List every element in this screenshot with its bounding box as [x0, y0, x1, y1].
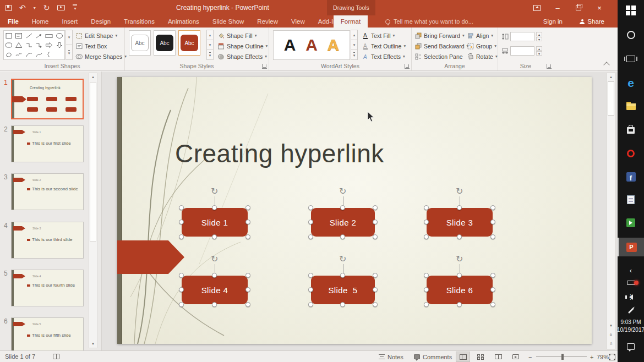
scrollbar-thumb[interactable] — [90, 82, 96, 242]
file-explorer-button[interactable] — [618, 101, 644, 113]
customize-qat-icon[interactable]: ▾ — [73, 4, 77, 11]
text-outline-button[interactable]: A Text Outline▾ — [362, 41, 406, 51]
shape-button-slide-6[interactable]: ↻ Slide 6 — [427, 276, 493, 304]
action-center-button[interactable] — [618, 341, 644, 352]
tab-file[interactable]: File — [0, 15, 25, 28]
shape-fill-button[interactable]: Shape Fill▾ — [217, 30, 256, 41]
resize-handle[interactable] — [424, 205, 429, 210]
resize-handle[interactable] — [308, 273, 313, 278]
shape-button-slide-4[interactable]: ↻ Slide 4 — [182, 276, 248, 304]
shape-style-swatch-red-selected[interactable]: Abc — [178, 30, 200, 56]
reading-view-button[interactable] — [491, 352, 505, 362]
start-slideshow-icon[interactable] — [57, 5, 65, 10]
wordart-sample-gold[interactable]: A — [327, 37, 339, 53]
rotate-handle-icon[interactable]: ↻ — [211, 255, 219, 264]
undo-icon[interactable]: ↶ — [19, 4, 26, 12]
thumbnail-slide-4[interactable]: 4 Slide 3 This is our third slide — [0, 222, 88, 260]
collapse-ribbon-button[interactable] — [603, 62, 609, 68]
resize-handle[interactable] — [424, 234, 429, 239]
height-step-down[interactable]: ▾ — [536, 37, 542, 41]
resize-handle[interactable] — [308, 302, 313, 307]
fit-slide-button[interactable] — [609, 351, 615, 362]
thumbnail-slide-2[interactable]: 2 Slide 1 This is our first slide — [0, 125, 88, 163]
rotate-handle-icon[interactable]: ↻ — [456, 255, 463, 264]
ribbon-display-options-button[interactable] — [526, 0, 547, 15]
green-app-button[interactable] — [618, 217, 644, 229]
sign-in-link[interactable]: Sign in — [543, 15, 563, 28]
thumbnail-preview[interactable]: Slide 1 This is our first slide — [11, 125, 84, 162]
normal-view-button[interactable] — [456, 352, 470, 362]
width-step-up[interactable]: ▴ — [536, 46, 542, 51]
resize-handle[interactable] — [245, 273, 250, 278]
send-backward-button[interactable]: Send Backward▾ — [414, 41, 468, 51]
resize-handle[interactable] — [457, 205, 462, 210]
resize-handle[interactable] — [179, 205, 184, 210]
resize-handle[interactable] — [457, 302, 462, 307]
height-step-up[interactable]: ▴ — [536, 32, 542, 36]
resize-handle[interactable] — [179, 220, 184, 224]
group-button[interactable]: Group▾ — [467, 41, 496, 51]
resize-handle[interactable] — [212, 205, 217, 210]
notes-button[interactable]: Notes — [379, 351, 403, 362]
tab-design[interactable]: Design — [84, 15, 117, 28]
resize-handle[interactable] — [308, 234, 313, 239]
shape-width-input[interactable] — [510, 46, 534, 56]
volume-button[interactable] — [618, 293, 644, 301]
shape-gallery[interactable] — [3, 30, 65, 60]
resize-handle[interactable] — [245, 220, 250, 224]
next-slide-button[interactable]: « — [607, 340, 615, 347]
shape-button-slide-2[interactable]: ↻ Slide 2 — [311, 208, 375, 237]
resize-handle[interactable] — [457, 273, 462, 278]
shape-outline-button[interactable]: Shape Outline▾ — [217, 41, 268, 51]
text-effects-button[interactable]: A Text Effects▾ — [362, 51, 405, 62]
resize-handle[interactable] — [490, 273, 495, 278]
resize-handle[interactable] — [424, 287, 429, 292]
shape-gallery-more-button[interactable]: ▾ — [66, 45, 73, 60]
tell-me-box[interactable]: Tell me what you want to do... — [385, 15, 473, 28]
resize-handle[interactable] — [179, 234, 184, 239]
shape-styles-scroll-up[interactable]: ▴ — [206, 30, 214, 40]
resize-handle[interactable] — [308, 287, 313, 292]
slide-title[interactable]: Creating hyperlink — [175, 139, 384, 168]
slideshow-view-button[interactable] — [509, 352, 523, 362]
resize-handle[interactable] — [245, 205, 250, 210]
resize-handle[interactable] — [340, 302, 345, 307]
thumbnail-preview[interactable]: Creating hyperlink — [11, 79, 84, 119]
pen-settings-button[interactable] — [618, 306, 644, 315]
shape-style-swatch-black[interactable]: Abc — [154, 30, 176, 56]
slide-sorter-view-button[interactable] — [473, 352, 488, 362]
wordart-more-button[interactable]: ▾ — [351, 50, 358, 60]
align-button[interactable]: Align▾ — [467, 30, 493, 41]
zoom-in-button[interactable]: + — [590, 351, 593, 362]
resize-handle[interactable] — [373, 273, 378, 278]
resize-handle[interactable] — [245, 287, 250, 292]
tab-insert[interactable]: Insert — [56, 15, 85, 28]
tab-review[interactable]: Review — [250, 15, 285, 28]
resize-handle[interactable] — [179, 273, 184, 278]
text-box-button[interactable]: Text Box — [75, 41, 107, 51]
edge-taskbar-button[interactable]: e — [618, 76, 644, 89]
restore-button[interactable] — [568, 0, 589, 15]
resize-handle[interactable] — [490, 205, 495, 210]
battery-status[interactable] — [618, 278, 644, 287]
facebook-button[interactable]: f — [618, 171, 644, 183]
tab-format-active[interactable]: Format — [334, 15, 368, 28]
resize-handle[interactable] — [424, 273, 429, 278]
editor-vertical-scrollbar[interactable]: ▴ ▾ « « — [607, 73, 615, 349]
resize-handle[interactable] — [245, 234, 250, 239]
thumbnail-preview[interactable]: Slide 4 This is our fourth slide — [11, 270, 84, 306]
wordart-scroll-down[interactable]: ▾ — [351, 40, 358, 50]
shape-styles-scroll-down[interactable]: ▾ — [206, 40, 214, 50]
shape-button-slide-5[interactable]: ↻ Slide 5 — [311, 276, 375, 304]
redo-icon[interactable]: ↻ — [43, 4, 50, 12]
tab-view[interactable]: View — [285, 15, 312, 28]
bring-forward-button[interactable]: Bring Forward▾ — [414, 30, 465, 41]
resize-handle[interactable] — [490, 302, 495, 307]
comments-button[interactable]: Comments — [414, 351, 452, 362]
resize-handle[interactable] — [212, 234, 217, 239]
shape-styles-dialog-launcher[interactable] — [262, 64, 267, 69]
scroll-down-arrow[interactable]: ▾ — [607, 322, 615, 329]
thumbnail-slide-3[interactable]: 3 Slide 2 This is our second slide — [0, 173, 88, 211]
share-button[interactable]: Share — [580, 15, 604, 28]
tab-home[interactable]: Home — [25, 15, 56, 28]
